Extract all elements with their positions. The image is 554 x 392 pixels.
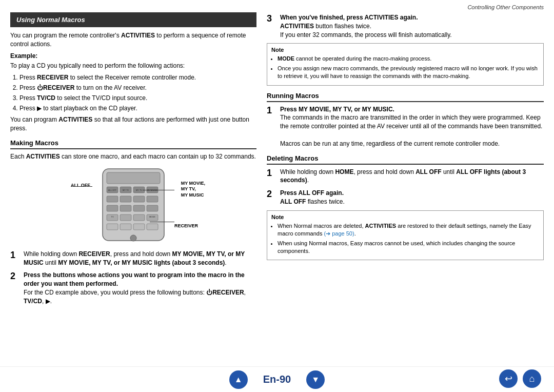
- svg-text:MY TV: MY TV: [123, 189, 129, 191]
- svg-rect-19: [120, 224, 131, 230]
- right-column: 3 When you've finished, press ACTIVITIES…: [267, 12, 544, 310]
- prev-page-button[interactable]: ▲: [229, 370, 248, 389]
- svg-text:MY TV: MY TV: [136, 189, 142, 191]
- page-header: Controlling Other Components: [0, 0, 554, 12]
- intro-paragraph: You can program the remote controller's …: [10, 31, 256, 49]
- example-label: Example:: [10, 52, 256, 61]
- main-content: Using Normal Macros You can program the …: [0, 12, 554, 310]
- using-normal-macros-label: Using Normal Macros: [16, 16, 85, 24]
- deleting-step-2-number: 2: [267, 189, 276, 206]
- list-item: Press ▶ to start playback on the CD play…: [19, 104, 256, 113]
- deleting-step-2-content: Press ALL OFF again. ALL OFF flashes twi…: [280, 189, 544, 206]
- svg-rect-10: [107, 205, 118, 211]
- step-3-number: 3: [267, 13, 276, 39]
- remote-controller-image: ALL OFF MY TV MY TV MY MUSIC MODE TV: [92, 166, 174, 243]
- svg-point-22: [130, 235, 136, 241]
- svg-text:MODE: MODE: [149, 215, 155, 218]
- note-2-list: When Normal macros are deleted, ACTIVITI…: [278, 222, 539, 256]
- running-step-1-content: Press MY MOVIE, MY TV, or MY MUSIC. The …: [280, 105, 544, 148]
- list-item: MODE cannot be operated during the macro…: [278, 55, 539, 63]
- deleting-step-2: 2 Press ALL OFF again. ALL OFF flashes t…: [267, 189, 544, 206]
- using-normal-macros-title: Using Normal Macros: [10, 12, 256, 27]
- page-50-link[interactable]: (➔ page 50): [324, 230, 354, 237]
- list-item: When Normal macros are deleted, ACTIVITI…: [278, 222, 539, 238]
- svg-text:ALL OFF: ALL OFF: [108, 189, 117, 191]
- note-1-list: MODE cannot be operated during the macro…: [278, 55, 539, 80]
- example-steps-list: Press RECEIVER to select the Receiver re…: [19, 73, 256, 112]
- svg-rect-13: [147, 205, 158, 211]
- svg-rect-6: [107, 196, 118, 202]
- svg-rect-15: [120, 214, 131, 221]
- list-item: Once you assign new macro commands, the …: [278, 65, 539, 81]
- svg-rect-11: [120, 205, 131, 211]
- svg-rect-8: [133, 196, 145, 202]
- all-off-label: ALL OFF: [71, 183, 90, 188]
- outro-paragraph: You can program ACTIVITIES so that all f…: [10, 115, 256, 133]
- footer-nav: ▲ En-90 ▼: [229, 370, 325, 389]
- svg-rect-7: [120, 196, 131, 202]
- next-arrow-icon: ▼: [311, 375, 320, 384]
- running-step-1: 1 Press MY MOVIE, MY TV, or MY MUSIC. Th…: [267, 105, 544, 148]
- next-page-button[interactable]: ▼: [306, 370, 325, 389]
- note-title-1: Note: [271, 47, 539, 53]
- making-macros-text: Each ACTIVITIES can store one macro, and…: [10, 152, 256, 161]
- receiver-line: [150, 222, 174, 222]
- my-movie-label: MY MOVIE,MY TV,MY MUSIC: [181, 181, 205, 199]
- svg-rect-18: [107, 224, 118, 230]
- my-movie-line: [143, 190, 174, 190]
- remote-image-container: ALL OFF MY TV MY TV MY MUSIC MODE TV ALL…: [10, 166, 256, 245]
- all-off-line: [71, 186, 92, 187]
- home-button[interactable]: ⌂: [523, 369, 541, 388]
- home-icon: ⌂: [529, 374, 535, 384]
- step-1-number: 1: [10, 250, 19, 267]
- svg-rect-16: [133, 214, 145, 221]
- note-box-1: Note MODE cannot be operated during the …: [267, 43, 544, 85]
- step-2-content: Press the buttons whose actions you want…: [24, 271, 256, 305]
- running-step-1-number: 1: [267, 105, 276, 148]
- making-macros-heading: Making Macros: [10, 139, 256, 149]
- left-column: Using Normal Macros You can program the …: [10, 12, 256, 310]
- step-1-content: While holding down RECEIVER, press and h…: [24, 250, 256, 267]
- back-button[interactable]: ↩: [499, 369, 518, 388]
- page-number: En-90: [263, 374, 291, 385]
- step-3: 3 When you've finished, press ACTIVITIES…: [267, 13, 544, 39]
- svg-rect-1: [107, 172, 160, 184]
- back-icon: ↩: [505, 373, 512, 384]
- deleting-macros-heading: Deleting Macros: [267, 154, 544, 165]
- example-text: To play a CD you typically need to perfo…: [10, 62, 256, 70]
- list-item: Press RECEIVER to select the Receiver re…: [19, 73, 256, 82]
- deleting-step-1-content: While holding down HOME, press and hold …: [280, 168, 544, 185]
- step-3-content: When you've finished, press ACTIVITIES a…: [280, 13, 544, 39]
- svg-rect-12: [133, 205, 145, 211]
- svg-rect-21: [147, 224, 158, 230]
- step-2-number: 2: [10, 271, 19, 305]
- right-section-content: 3 When you've finished, press ACTIVITIES…: [267, 12, 544, 260]
- receiver-label: RECEIVER: [174, 223, 198, 228]
- prev-arrow-icon: ▲: [234, 375, 243, 384]
- note-box-2: Note When Normal macros are deleted, ACT…: [267, 210, 544, 261]
- svg-rect-9: [147, 196, 158, 202]
- list-item: Press ⏻RECEIVER to turn on the AV receiv…: [19, 84, 256, 92]
- running-macros-heading: Running Macros: [267, 92, 544, 102]
- deleting-step-1: 1 While holding down HOME, press and hol…: [267, 168, 544, 185]
- list-item: When using Normal macros, Easy macros ca…: [278, 240, 539, 256]
- header-title: Controlling Other Components: [467, 4, 544, 10]
- page-footer: ▲ En-90 ▼ ↩ ⌂: [0, 366, 554, 392]
- footer-right-icons: ↩ ⌂: [499, 369, 541, 388]
- note-title-2: Note: [271, 214, 539, 220]
- step-1: 1 While holding down RECEIVER, press and…: [10, 250, 256, 267]
- list-item: Press TV/CD to select the TV/CD input so…: [19, 94, 256, 103]
- deleting-step-1-number: 1: [267, 168, 276, 185]
- svg-rect-20: [133, 224, 145, 230]
- svg-text:TV: TV: [111, 215, 113, 218]
- step-2: 2 Press the buttons whose actions you wa…: [10, 271, 256, 305]
